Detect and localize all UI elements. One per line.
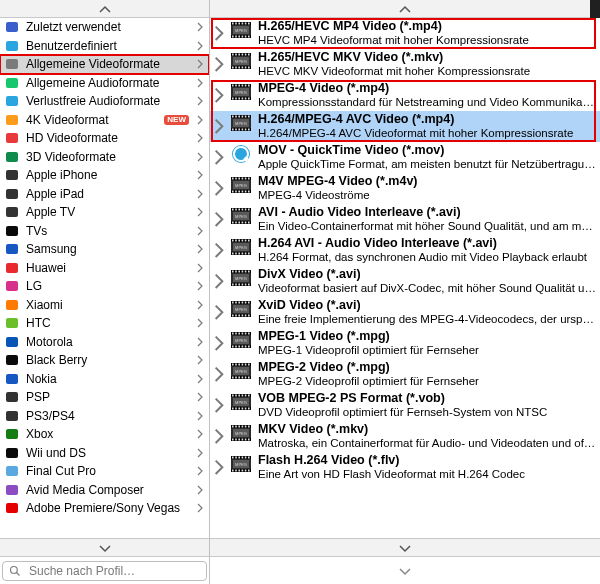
sidebar-item-7[interactable]: 3D Videoformate xyxy=(0,148,209,167)
svg-rect-7 xyxy=(6,152,18,162)
format-item-0[interactable]: MPEGH.265/HEVC MP4 Video (*.mp4)HEVC MP4… xyxy=(210,18,600,49)
svg-rect-9 xyxy=(6,189,18,199)
svg-rect-73 xyxy=(242,98,244,100)
chevron-down-icon xyxy=(398,543,412,553)
svg-rect-226 xyxy=(238,408,240,410)
format-title: DivX Video (*.avi) xyxy=(258,267,596,281)
format-item-2[interactable]: MPEGMPEG-4 Video (*.mp4)Kompressionsstan… xyxy=(210,80,600,111)
sidebar-item-6[interactable]: HD Videoformate xyxy=(0,129,209,148)
sidebar-scroll-up[interactable] xyxy=(0,0,209,18)
svg-rect-16 xyxy=(6,318,18,328)
formats-scroll-down[interactable] xyxy=(210,538,600,556)
svg-rect-2 xyxy=(6,59,18,69)
sidebar-item-label: TVs xyxy=(26,224,189,238)
chevron-right-icon xyxy=(195,133,205,143)
sidebar-item-25[interactable]: Avid Media Composer xyxy=(0,481,209,500)
sidebar-item-14[interactable]: LG xyxy=(0,277,209,296)
svg-rect-128 xyxy=(245,222,247,224)
svg-rect-53 xyxy=(238,54,240,56)
svg-rect-93 xyxy=(248,116,250,118)
svg-rect-34 xyxy=(235,23,237,25)
sidebar-item-1[interactable]: Benutzerdefiniert xyxy=(0,37,209,56)
chevron-right-icon xyxy=(214,459,224,476)
format-item-12[interactable]: MPEGVOB MPEG-2 PS Format (*.vob)DVD Vide… xyxy=(210,390,600,421)
svg-rect-39 xyxy=(242,36,244,38)
sidebar-item-22[interactable]: Xbox xyxy=(0,425,209,444)
svg-rect-1 xyxy=(6,41,18,51)
sidebar-scroll-down[interactable] xyxy=(0,538,209,556)
sidebar-item-18[interactable]: Black Berry xyxy=(0,351,209,370)
format-item-1[interactable]: MPEGH.265/HEVC MKV Video (*.mkv)HEVC MKV… xyxy=(210,49,600,80)
category-icon xyxy=(4,19,20,35)
sidebar-item-label: PS3/PS4 xyxy=(26,409,189,423)
svg-rect-40 xyxy=(245,23,247,25)
svg-rect-75 xyxy=(245,98,247,100)
svg-rect-259 xyxy=(238,457,240,459)
sidebar-item-10[interactable]: Apple TV xyxy=(0,203,209,222)
format-item-14[interactable]: MPEGFlash H.264 Video (*.flv)Eine Art vo… xyxy=(210,452,600,483)
format-item-7[interactable]: MPEGH.264 AVI - Audio Video Interleave (… xyxy=(210,235,600,266)
sidebar-item-4[interactable]: Verlustfreie Audioformate xyxy=(0,92,209,111)
sidebar-item-15[interactable]: Xiaomi xyxy=(0,296,209,315)
format-lines: AVI - Audio Video Interleave (*.avi)Ein … xyxy=(258,205,596,233)
scrollbar-track-top xyxy=(590,0,600,18)
format-item-8[interactable]: MPEGDivX Video (*.avi)Videoformat basier… xyxy=(210,266,600,297)
sidebar-item-12[interactable]: Samsung xyxy=(0,240,209,259)
sidebar-item-16[interactable]: HTC xyxy=(0,314,209,333)
sidebar-item-19[interactable]: Nokia xyxy=(0,370,209,389)
sidebar-item-24[interactable]: Final Cut Pro xyxy=(0,462,209,481)
search-wrap[interactable] xyxy=(2,561,207,581)
svg-rect-264 xyxy=(245,470,247,472)
svg-rect-163 xyxy=(248,271,250,273)
sidebar-item-26[interactable]: Adobe Premiere/Sony Vegas xyxy=(0,499,209,518)
svg-rect-261 xyxy=(242,457,244,459)
format-item-13[interactable]: MPEGMKV Video (*.mkv)Matroska, ein Conta… xyxy=(210,421,600,452)
sidebar-item-20[interactable]: PSP xyxy=(0,388,209,407)
sidebar-item-label: Huawei xyxy=(26,261,189,275)
formats-scroll-up[interactable] xyxy=(210,0,600,18)
svg-rect-162 xyxy=(245,284,247,286)
format-item-6[interactable]: MPEGAVI - Audio Video Interleave (*.avi)… xyxy=(210,204,600,235)
sidebar-item-17[interactable]: Motorola xyxy=(0,333,209,352)
sidebar-item-23[interactable]: Wii und DS xyxy=(0,444,209,463)
svg-text:MPEG: MPEG xyxy=(235,28,247,33)
format-item-5[interactable]: MPEGM4V MPEG-4 Video (*.m4v)MPEG-4 Video… xyxy=(210,173,600,204)
sidebar-item-8[interactable]: Apple iPhone xyxy=(0,166,209,185)
svg-rect-245 xyxy=(242,439,244,441)
svg-rect-174 xyxy=(238,302,240,304)
sidebar-item-2[interactable]: Allgemeine Videoformate xyxy=(0,55,209,74)
format-item-3[interactable]: MPEGH.264/MPEG-4 AVC Video (*.mp4)H.264/… xyxy=(210,111,600,142)
svg-text:MPEG: MPEG xyxy=(235,59,247,64)
sidebar-item-label: Verlustfreie Audioformate xyxy=(26,94,189,108)
svg-rect-22 xyxy=(6,429,18,439)
format-item-10[interactable]: MPEGMPEG-1 Video (*.mpg)MPEG-1 Videoprof… xyxy=(210,328,600,359)
svg-rect-172 xyxy=(235,302,237,304)
svg-rect-194 xyxy=(242,346,244,348)
svg-rect-209 xyxy=(238,377,240,379)
svg-rect-25 xyxy=(6,485,18,495)
svg-rect-190 xyxy=(235,346,237,348)
chevron-right-icon xyxy=(195,78,205,88)
search-input[interactable] xyxy=(27,563,200,579)
category-icon xyxy=(4,149,20,165)
format-desc: Eine Art von HD Flash Videoformat mit H.… xyxy=(258,467,596,481)
svg-rect-145 xyxy=(245,253,247,255)
format-item-11[interactable]: MPEGMPEG-2 Video (*.mpg)MPEG-2 Videoprof… xyxy=(210,359,600,390)
sidebar-item-3[interactable]: Allgemeine Audioformate xyxy=(0,74,209,93)
svg-rect-72 xyxy=(242,85,244,87)
category-icon xyxy=(4,482,20,498)
sidebar-item-21[interactable]: PS3/PS4 xyxy=(0,407,209,426)
format-item-4[interactable]: MOV - QuickTime Video (*.mov)Apple Quick… xyxy=(210,142,600,173)
sidebar-item-0[interactable]: Zuletzt verwendet xyxy=(0,18,209,37)
sidebar-item-5[interactable]: 4K VideoformatNEW xyxy=(0,111,209,130)
svg-rect-147 xyxy=(248,253,250,255)
svg-rect-206 xyxy=(235,364,237,366)
chevron-right-icon xyxy=(195,189,205,199)
sidebar-item-9[interactable]: Apple iPad xyxy=(0,185,209,204)
svg-rect-238 xyxy=(232,426,234,428)
format-title: XviD Video (*.avi) xyxy=(258,298,596,312)
sidebar-item-label: LG xyxy=(26,279,189,293)
sidebar-item-11[interactable]: TVs xyxy=(0,222,209,241)
format-item-9[interactable]: MPEGXviD Video (*.avi)Eine freie Impleme… xyxy=(210,297,600,328)
sidebar-item-13[interactable]: Huawei xyxy=(0,259,209,278)
